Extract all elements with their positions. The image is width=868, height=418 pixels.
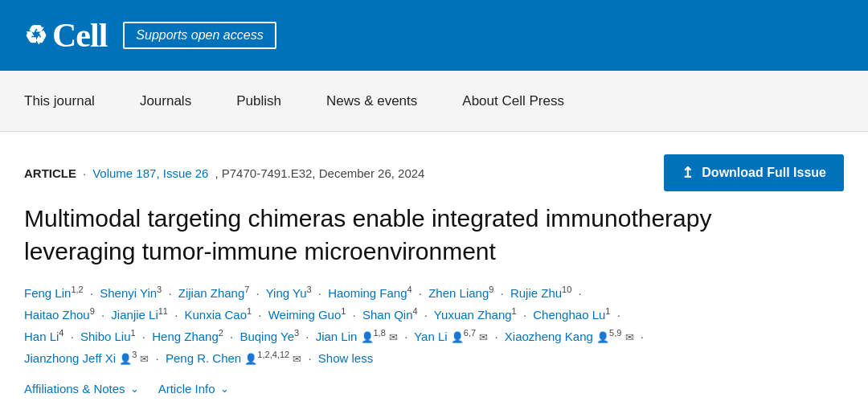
author-haitao-zhou[interactable]: Haitao Zhou [24, 308, 90, 322]
nav-about-cell-press[interactable]: About Cell Press [440, 71, 587, 131]
article-type-label: ARTICLE [24, 166, 76, 180]
author-xiaozheng-kang-orcid-icon: 👤 [596, 331, 609, 343]
author-yan-li[interactable]: Yan Li [414, 330, 447, 343]
sup-jian-lin: 1,8 [374, 328, 386, 338]
author-zijian-zhang[interactable]: Zijian Zhang [178, 286, 245, 300]
author-han-li[interactable]: Han Li [24, 330, 59, 343]
article-dot: · [83, 166, 86, 180]
sup-heng-zhang: 2 [219, 328, 223, 338]
sup-zhen-liang: 9 [489, 285, 493, 294]
sup-shibo-liu: 1 [131, 328, 136, 338]
nav-journals[interactable]: Journals [117, 71, 214, 131]
author-weiming-guo[interactable]: Weiming Guo [268, 308, 342, 322]
sup-yan-li: 6,7 [464, 328, 476, 338]
cell-logo-text: Cell [52, 16, 107, 55]
sup-shenyi-yin: 3 [157, 285, 162, 294]
nav-this-journal[interactable]: This journal [24, 71, 117, 131]
author-ying-yu[interactable]: Ying Yu [266, 286, 307, 300]
jian-lin-email-icon[interactable]: ✉ [389, 331, 398, 343]
sup-jianjie-li: 11 [158, 306, 168, 316]
sup-shan-qin: 4 [412, 306, 417, 316]
article-meta-left: ARTICLE · Volume 187, Issue 26 , P7470-7… [24, 166, 424, 180]
jianzhong-email-icon[interactable]: ✉ [140, 353, 149, 365]
affiliations-notes-chevron-icon: ⌄ [130, 383, 139, 395]
sup-buqing-ye: 3 [294, 328, 299, 338]
affiliations-notes-label: Affiliations & Notes [24, 382, 125, 395]
sup-feng-lin: 1,2 [71, 285, 83, 294]
author-haoming-fang[interactable]: Haoming Fang [328, 286, 407, 300]
author-shan-qin[interactable]: Shan Qin [362, 308, 413, 322]
sup-xiaozheng-kang: 5,9 [609, 328, 621, 338]
article-info-label: Article Info [158, 382, 215, 395]
sup-ying-yu: 3 [307, 285, 312, 294]
affiliations-notes-link[interactable]: Affiliations & Notes ⌄ [24, 382, 139, 395]
sup-weiming-guo: 1 [341, 306, 346, 316]
author-yuxuan-zhang[interactable]: Yuxuan Zhang [434, 308, 512, 322]
article-title: Multimodal targeting chimeras enable int… [24, 203, 764, 268]
sup-chenghao-lu: 1 [605, 306, 610, 316]
site-header: ♻ Cell Supports open access [0, 0, 868, 71]
main-nav: This journal Journals Publish News & eve… [0, 71, 868, 132]
author-xiaozheng-kang[interactable]: Xiaozheng Kang [505, 330, 593, 343]
download-full-issue-button[interactable]: ↥ Download Full Issue [664, 154, 844, 191]
peng-r-chen-email-icon[interactable]: ✉ [293, 353, 301, 365]
nav-news-events[interactable]: News & events [304, 71, 440, 131]
nav-publish[interactable]: Publish [214, 71, 304, 131]
author-peng-r-chen[interactable]: Peng R. Chen [166, 351, 241, 365]
article-pages: , P7470-7491.E32, December 26, 2024 [215, 166, 424, 180]
author-shenyi-yin[interactable]: Shenyi Yin [100, 286, 157, 300]
article-volume[interactable]: Volume 187, Issue 26 [92, 166, 208, 180]
author-kunxia-cao[interactable]: Kunxia Cao [185, 308, 248, 322]
author-shibo-liu[interactable]: Shibo Liu [80, 330, 131, 343]
bottom-links-row: Affiliations & Notes ⌄ Article Info ⌄ [24, 382, 844, 395]
download-btn-label: Download Full Issue [702, 166, 826, 180]
sup-zijian-zhang: 7 [244, 285, 249, 294]
download-icon: ↥ [682, 164, 694, 182]
author-jianjie-li[interactable]: Jianjie Li [111, 308, 158, 322]
article-content: ARTICLE · Volume 187, Issue 26 , P7470-7… [0, 132, 868, 412]
cell-logo-icon: ♻ [24, 20, 47, 51]
author-jian-lin-orcid-icon: 👤 [361, 331, 374, 343]
author-peng-r-chen-orcid-icon: 👤 [244, 353, 257, 365]
article-meta-row: ARTICLE · Volume 187, Issue 26 , P7470-7… [24, 154, 844, 191]
author-feng-lin[interactable]: Feng Lin [24, 286, 71, 300]
sup-peng-r-chen: 1,2,4,12 [257, 350, 289, 359]
article-info-link[interactable]: Article Info ⌄ [158, 382, 229, 395]
show-less-link[interactable]: Show less [318, 351, 373, 365]
sup-han-li: 4 [59, 328, 63, 338]
site-logo[interactable]: ♻ Cell [24, 16, 107, 55]
author-jian-lin[interactable]: Jian Lin [316, 330, 358, 343]
sup-jianzhong-jeff-xi: 3 [132, 350, 137, 359]
sup-rujie-zhu: 10 [562, 285, 571, 294]
article-info-chevron-icon: ⌄ [220, 383, 229, 395]
author-rujie-zhu[interactable]: Rujie Zhu [510, 286, 562, 300]
author-buqing-ye[interactable]: Buqing Ye [240, 330, 294, 343]
authors-list: Feng Lin1,2 · Shenyi Yin3 · Zijian Zhang… [24, 282, 844, 369]
xiaozheng-kang-email-icon[interactable]: ✉ [625, 331, 634, 343]
author-jianzhong-orcid-icon: 👤 [119, 353, 132, 365]
sup-haitao-zhou: 9 [90, 306, 95, 316]
author-heng-zhang[interactable]: Heng Zhang [152, 330, 219, 343]
open-access-badge: Supports open access [123, 22, 276, 49]
sup-yuxuan-zhang: 1 [512, 306, 517, 316]
author-yan-li-orcid-icon: 👤 [451, 331, 464, 343]
sup-kunxia-cao: 1 [247, 306, 252, 316]
author-chenghao-lu[interactable]: Chenghao Lu [533, 308, 605, 322]
author-jianzhong-jeff-xi[interactable]: Jianzhong Jeff Xi [24, 351, 116, 365]
yan-li-email-icon[interactable]: ✉ [479, 331, 488, 343]
author-zhen-liang[interactable]: Zhen Liang [428, 286, 489, 300]
sup-haoming-fang: 4 [407, 285, 412, 294]
